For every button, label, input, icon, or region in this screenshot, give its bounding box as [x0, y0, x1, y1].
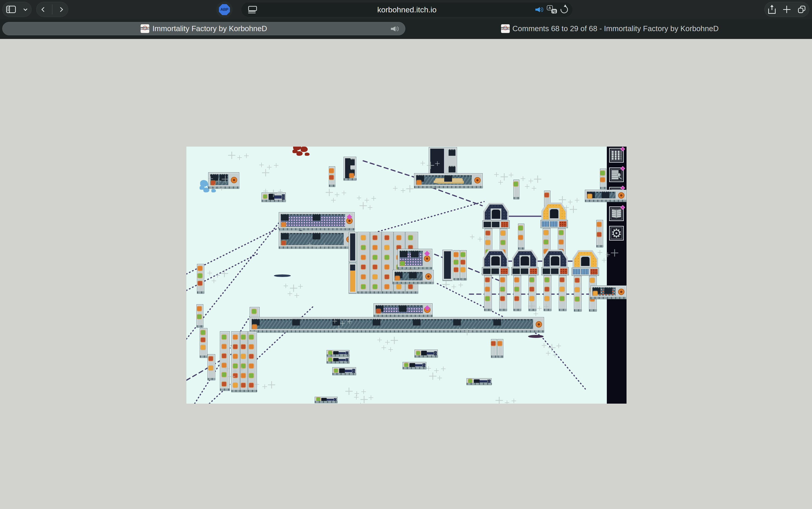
gear-icon	[618, 289, 625, 295]
grid-plus-mark	[233, 369, 237, 373]
machine-base	[231, 390, 257, 392]
smelter-base	[482, 267, 509, 275]
lathe-rod	[339, 352, 346, 354]
item-dot	[222, 372, 226, 377]
machine-smelter	[483, 250, 508, 312]
grid-plus-mark	[342, 191, 346, 195]
grid-plus-mark	[420, 161, 425, 165]
item-dot	[395, 276, 399, 280]
grid-plus-mark	[255, 382, 259, 387]
reload-button[interactable]	[560, 5, 568, 14]
address-bar[interactable]: korbohned.itch.io A	[241, 2, 573, 17]
grid-plus-mark	[564, 205, 569, 210]
grid-plus-mark	[262, 384, 267, 389]
adblock-extension-button[interactable]: ABP	[216, 1, 233, 18]
hopper-box	[449, 166, 455, 172]
item-dot	[575, 287, 579, 292]
machine-base	[220, 388, 230, 391]
item-dot	[233, 344, 238, 349]
book-page	[617, 209, 621, 218]
machine-base	[326, 354, 350, 357]
item-dot	[485, 287, 490, 292]
game-sidebar-button-settings[interactable]: ⚙	[609, 226, 624, 240]
chevron-down-icon	[24, 7, 28, 11]
grid-plus-mark	[458, 283, 463, 287]
sidebar-menu-button[interactable]	[22, 2, 29, 16]
grid-plus-mark	[534, 175, 541, 183]
machine-tank	[443, 250, 453, 280]
smelter-leg	[514, 275, 521, 311]
machine-base	[491, 355, 497, 358]
item-dot	[249, 373, 253, 378]
grid-plus-mark	[532, 186, 536, 191]
forward-button[interactable]	[54, 2, 67, 16]
gear-icon	[425, 273, 432, 280]
item-dot	[249, 354, 253, 359]
back-button[interactable]	[37, 2, 50, 16]
item-dot	[590, 278, 595, 282]
machine-base	[414, 186, 483, 188]
audio-playing-icon[interactable]	[535, 6, 543, 13]
grid-plus-mark	[294, 293, 299, 298]
sidebar-toggle-button[interactable]	[5, 2, 17, 16]
item-dot	[249, 335, 253, 339]
item-dot	[597, 222, 601, 227]
machine-base	[197, 292, 205, 294]
machine-lathe	[415, 349, 438, 357]
share-button[interactable]	[766, 2, 778, 16]
machine-base	[357, 292, 418, 294]
smelter-mouth	[491, 256, 500, 266]
item-dot	[486, 231, 490, 235]
item-dot	[281, 223, 286, 227]
game-sidebar-button-research[interactable]	[609, 167, 624, 182]
game-sidebar-button-inventory[interactable]	[609, 148, 624, 163]
machine-lathe	[326, 350, 349, 356]
machine-base	[518, 247, 525, 249]
machine-base	[589, 309, 597, 311]
machine-base	[279, 228, 355, 230]
conveyor-belt	[416, 175, 472, 184]
machine-base	[392, 282, 434, 284]
smelter-leg	[484, 275, 492, 311]
item-dot	[560, 287, 564, 292]
game-sidebar-button-journal[interactable]	[609, 206, 624, 221]
chip-icon	[424, 251, 430, 256]
item-dot	[373, 236, 377, 240]
item-dot	[600, 171, 605, 175]
machine-conveyor	[279, 212, 355, 230]
smelter-base	[540, 220, 568, 228]
input-cell	[551, 269, 558, 274]
machine-lathe	[326, 357, 349, 363]
machine-conveyor	[414, 173, 483, 188]
item-dot	[597, 232, 601, 237]
conveyor-link	[541, 336, 585, 389]
tank-fill	[350, 265, 355, 292]
machine-base	[332, 373, 356, 375]
rack-divider	[240, 332, 241, 390]
back-icon	[41, 7, 46, 12]
item-dot	[241, 344, 245, 349]
item-dot	[385, 236, 389, 240]
translate-icon[interactable]: A	[547, 5, 557, 14]
grid-plus-mark	[542, 343, 546, 348]
new-tab-button[interactable]	[780, 2, 793, 16]
tab-overview-button[interactable]	[795, 2, 808, 16]
smelter-base	[541, 267, 569, 275]
tab-comments[interactable]: IMMORTALITY FACTORY Comments 68 to 29 of…	[410, 22, 810, 35]
game-canvas[interactable]: ⚙	[186, 146, 627, 404]
machine-conveyor	[392, 270, 434, 283]
item-dot	[408, 284, 413, 289]
hopper-box	[348, 159, 355, 165]
item-dot	[252, 325, 257, 329]
machine-column	[491, 339, 497, 358]
storage-rack	[231, 331, 257, 392]
item-dot	[575, 297, 579, 301]
tab-immortality-factory[interactable]: IMMORTALITY FACTORY Immortality Factory …	[2, 22, 405, 35]
item-dot	[222, 335, 226, 339]
item-dot	[544, 231, 548, 235]
smelter-base	[571, 268, 599, 276]
grid-plus-mark	[568, 200, 572, 204]
grid-plus-mark	[406, 185, 414, 193]
item-dot	[400, 261, 404, 266]
tab-audio-icon[interactable]	[391, 25, 399, 33]
